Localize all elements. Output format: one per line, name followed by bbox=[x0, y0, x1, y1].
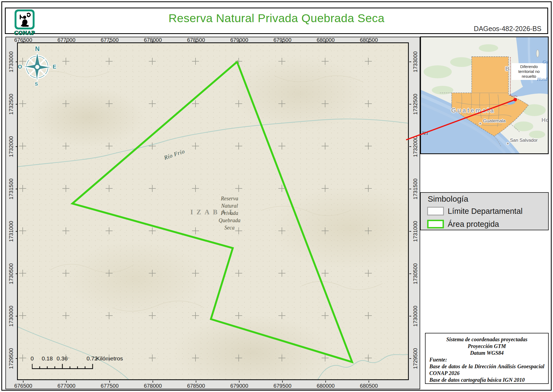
credits-source-heading: Fuente: bbox=[429, 356, 544, 363]
y-axis-tick-right bbox=[409, 316, 411, 316]
conap-logo-text: CONAP bbox=[11, 30, 38, 36]
y-axis-label-left: 1731500 bbox=[8, 178, 14, 200]
y-axis-tick-left bbox=[16, 62, 18, 62]
y-axis-tick-right bbox=[409, 62, 411, 62]
grid-cross bbox=[149, 227, 156, 234]
x-axis-tick-bottom bbox=[325, 381, 326, 383]
y-axis-label-right: 1732000 bbox=[412, 136, 419, 157]
scale-bar-number: 0 bbox=[31, 355, 34, 362]
x-axis-tick-bottom bbox=[369, 381, 369, 383]
grid-cross bbox=[322, 185, 329, 192]
grid-cross bbox=[106, 270, 113, 277]
inset-geography bbox=[421, 37, 548, 153]
grid-cross bbox=[19, 58, 26, 65]
grid-cross bbox=[235, 100, 242, 107]
grid-cross bbox=[365, 58, 372, 65]
page-title: Reserva Natural Privada Quebrada Seca bbox=[6, 12, 547, 25]
y-axis-tick-left bbox=[16, 189, 18, 189]
map-frame: N S O E Río Frío IZABAL ReservaNaturalPr… bbox=[17, 42, 409, 380]
scale-bar: 00.180.360.72Kilómetros bbox=[32, 355, 145, 371]
grid-cross bbox=[106, 185, 113, 192]
reserve-name-label: ReservaNaturalPrivadaQuebradaSeca bbox=[205, 195, 254, 231]
grid-cross bbox=[149, 185, 156, 192]
x-axis-label-bottom: 679500 bbox=[274, 383, 292, 389]
y-axis-tick-right bbox=[409, 104, 411, 104]
x-axis-tick-top bbox=[196, 41, 196, 43]
y-axis-label-right: 1729500 bbox=[412, 348, 419, 369]
y-axis-tick-left bbox=[16, 146, 18, 147]
grid-cross bbox=[62, 100, 69, 107]
grid-cross bbox=[149, 312, 156, 319]
x-axis-tick-top bbox=[23, 41, 23, 43]
y-axis-label-left: 1733000 bbox=[8, 51, 14, 72]
compass-e-label: E bbox=[53, 64, 56, 70]
y-axis-tick-right bbox=[409, 231, 411, 232]
y-axis-tick-right bbox=[409, 358, 411, 359]
grid-cross bbox=[62, 227, 69, 234]
y-axis-label-right: 1731500 bbox=[412, 178, 419, 200]
grid-cross bbox=[149, 143, 156, 150]
grid-cross bbox=[322, 143, 329, 150]
grid-cross bbox=[149, 354, 156, 361]
x-axis-tick-top bbox=[239, 41, 240, 43]
grid-cross bbox=[192, 185, 199, 192]
grid-cross bbox=[62, 312, 69, 319]
credits-source-1: Base de datos de la Dirección Análisis G… bbox=[429, 363, 544, 377]
grid-cross bbox=[322, 312, 329, 319]
inset-locator-map[interactable]: B Diferendo territorial no resuelto Gu H… bbox=[420, 36, 549, 154]
grid-cross bbox=[278, 143, 285, 150]
grid-cross bbox=[235, 270, 242, 277]
grid-cross bbox=[235, 354, 242, 361]
x-axis-label-bottom: 677000 bbox=[58, 383, 76, 389]
grid-cross bbox=[278, 58, 285, 65]
credits-box: Sistema de coordenadas proyectadas Proye… bbox=[425, 333, 549, 384]
y-axis-tick-left bbox=[16, 231, 18, 232]
capital-city-marker bbox=[479, 122, 482, 125]
header: CONAP Reserva Natural Privada Quebrada S… bbox=[5, 8, 548, 34]
y-axis-label-right: 1731000 bbox=[412, 221, 419, 242]
grid-cross bbox=[19, 100, 26, 107]
grid-cross bbox=[278, 100, 285, 107]
grid-cross bbox=[106, 100, 113, 107]
grid-cross bbox=[278, 312, 285, 319]
grid-cross bbox=[192, 270, 199, 277]
y-axis-label-left: 1731000 bbox=[8, 221, 14, 242]
y-axis-label-left: 1732500 bbox=[8, 94, 14, 115]
grid-cross bbox=[322, 270, 329, 277]
x-axis-tick-bottom bbox=[23, 381, 23, 383]
x-axis-tick-top bbox=[153, 41, 153, 43]
compass-n-label: N bbox=[35, 45, 40, 53]
map-canvas[interactable]: N S O E Río Frío IZABAL ReservaNaturalPr… bbox=[18, 43, 408, 379]
x-axis-label-bottom: 679000 bbox=[230, 383, 248, 389]
document-id: DAGeos-482-2026-BS bbox=[474, 25, 541, 33]
gulf-partial-label-2: Hond bbox=[537, 77, 547, 82]
x-axis-tick-bottom bbox=[282, 381, 283, 383]
legend-title: Simbología bbox=[428, 194, 468, 204]
x-axis-tick-bottom bbox=[196, 381, 196, 383]
grid-cross bbox=[365, 143, 372, 150]
grid-cross bbox=[19, 143, 26, 150]
honduras-partial-label: Ho bbox=[541, 117, 549, 124]
city-marker-san-salvador bbox=[506, 142, 509, 145]
grid-cross bbox=[149, 270, 156, 277]
y-axis-label-left: 1732000 bbox=[8, 136, 14, 157]
gulf-partial-label-1: Gu bbox=[542, 59, 548, 65]
grid-cross bbox=[192, 100, 199, 107]
country-label: Guatemala bbox=[445, 107, 501, 114]
grid-cross bbox=[365, 354, 372, 361]
grid-cross bbox=[322, 354, 329, 361]
x-axis-label-bottom: 678000 bbox=[144, 383, 162, 389]
x-axis-tick-top bbox=[66, 41, 67, 43]
grid-cross bbox=[235, 227, 242, 234]
y-axis-tick-right bbox=[409, 273, 411, 274]
legend-swatch-protected bbox=[427, 220, 444, 228]
grid-cross bbox=[365, 185, 372, 192]
x-axis-tick-bottom bbox=[153, 381, 153, 383]
x-axis-label-bottom: 677500 bbox=[101, 383, 119, 389]
grid-cross bbox=[278, 185, 285, 192]
grid-cross bbox=[278, 270, 285, 277]
belize-partial-label: B bbox=[505, 65, 510, 72]
river-lines bbox=[18, 119, 408, 379]
x-axis-tick-top bbox=[109, 41, 110, 43]
grid-cross bbox=[322, 100, 329, 107]
